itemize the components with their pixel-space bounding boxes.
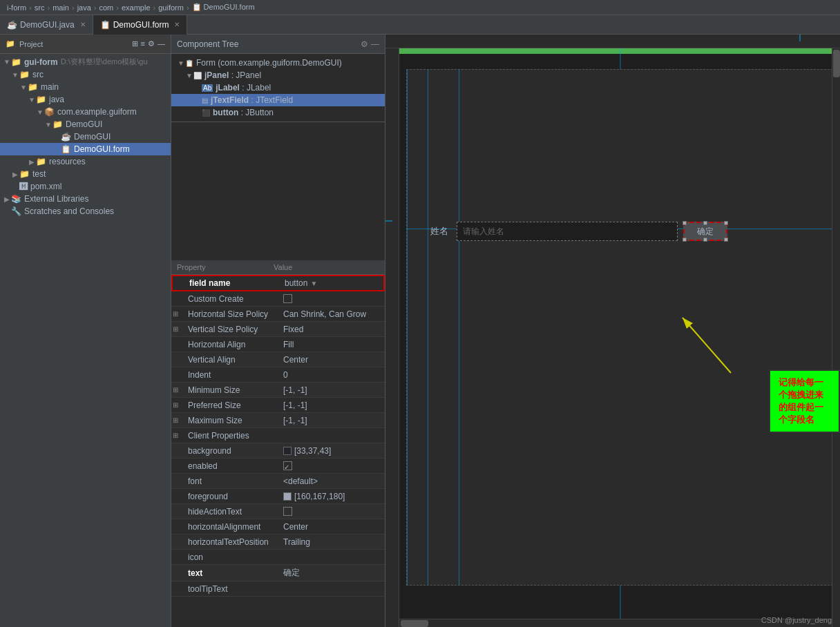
sidebar-item-demogui-java[interactable]: ☕ DemoGUI	[0, 131, 171, 143]
prop-row-font[interactable]: font <default>	[171, 474, 385, 489]
sidebar-icon-1[interactable]: ⊞	[132, 39, 138, 48]
ct-item-jlabel[interactable]: Ab jLabel : JLabel	[171, 81, 385, 94]
component-tree-title: Component Tree	[177, 39, 238, 49]
close-icon[interactable]: ✕	[80, 21, 86, 28]
breadcrumb-item[interactable]: java	[77, 3, 91, 12]
sidebar-item-demogui-folder[interactable]: ▼ 📁 DemoGUI	[0, 118, 171, 131]
breadcrumb-item[interactable]: main	[52, 3, 69, 12]
expand-icon[interactable]: ⊞	[173, 386, 182, 394]
breadcrumb-item[interactable]: com	[99, 3, 114, 12]
prop-row-horiz-alignment[interactable]: horizontalAlignment Center	[171, 519, 385, 534]
prop-row-custom-create[interactable]: Custom Create	[171, 291, 385, 307]
form-textfield[interactable]: 请输入姓名	[457, 222, 678, 241]
expand-icon[interactable]: ⊞	[173, 432, 182, 439]
sidebar-item-resources[interactable]: ▶ 📁 resources	[0, 155, 171, 168]
tab-demogui-java[interactable]: ☕ DemoGUI.java ✕	[0, 15, 93, 35]
textfield-icon: ▤	[202, 97, 208, 104]
ct-item-jtextfield[interactable]: ▤ jTextField : JTextField	[171, 94, 385, 106]
custom-create-checkbox[interactable]	[283, 294, 292, 303]
resize-handle-tl[interactable]	[682, 221, 687, 225]
prop-row-enabled[interactable]: enabled	[171, 459, 385, 474]
prop-row-vert-align[interactable]: Vertical Align Center	[171, 352, 385, 367]
prop-row-max-size[interactable]: ⊞ Maximum Size [-1, -1]	[171, 413, 385, 428]
resize-handle-bl[interactable]	[682, 238, 687, 242]
java-file-icon: ☕	[61, 132, 71, 142]
prop-row-icon[interactable]: icon	[171, 550, 385, 565]
prop-row-min-size[interactable]: ⊞ Minimum Size [-1, -1]	[171, 383, 385, 398]
hide-action-checkbox[interactable]	[283, 507, 292, 516]
folder-icon: 📁	[52, 119, 63, 129]
sidebar-item-external-libs[interactable]: ▶ 📚 External Libraries	[0, 193, 171, 205]
resize-handle-br[interactable]	[724, 238, 728, 242]
sidebar-item-pom[interactable]: 🅼 pom.xml	[0, 180, 171, 193]
sidebar-item-guiform[interactable]: ▼ 📁 gui-form D:\资料整理\demo模板\gu	[0, 55, 171, 68]
breadcrumb-item[interactable]: guiform	[158, 3, 184, 12]
canvas-inner: 姓名 请输入姓名 确定	[399, 48, 840, 627]
sidebar-icon-4[interactable]: —	[158, 39, 165, 48]
breadcrumb-bar: i-form › src › main › java › com › examp…	[0, 0, 840, 15]
color-swatch	[283, 492, 292, 501]
sidebar-item-test[interactable]: ▶ 📁 test	[0, 168, 171, 180]
sidebar-title: Project	[19, 40, 43, 48]
expand-icon[interactable]: ⊞	[173, 416, 182, 424]
button-icon: ⬛	[202, 109, 210, 117]
prop-row-text[interactable]: text 确定	[171, 565, 385, 581]
prop-row-horiz-text-pos[interactable]: horizontalTextPosition Trailing	[171, 534, 385, 550]
scrollbar-thumb[interactable]	[833, 50, 840, 77]
resize-handle-bm[interactable]	[703, 238, 707, 242]
form-label: 姓名	[428, 222, 451, 240]
sidebar-item-scratches[interactable]: 🔧 Scratches and Consoles	[0, 205, 171, 218]
ct-item-jpanel[interactable]: ▼ ⬜ jPanel : JPanel	[171, 69, 385, 81]
prop-row-hide-action[interactable]: hideActionText	[171, 504, 385, 519]
close-icon[interactable]: ✕	[174, 21, 180, 28]
folder-icon: 📁	[11, 57, 21, 67]
dropdown-arrow-icon[interactable]: ▼	[310, 280, 317, 287]
prop-row-horiz-align[interactable]: Horizontal Align Fill	[171, 337, 385, 352]
sidebar-item-demogui-form[interactable]: 📋 DemoGUI.form	[0, 143, 171, 155]
minimize-icon[interactable]: —	[371, 39, 379, 49]
prop-row-client-props[interactable]: ⊞ Client Properties	[171, 428, 385, 443]
component-tree: ▼ 📋 Form (com.example.guiform.DemoGUI) ▼…	[171, 54, 385, 122]
prop-row-horiz-size[interactable]: ⊞ Horizontal Size Policy Can Shrink, Can…	[171, 307, 385, 322]
prop-row-vert-size[interactable]: ⊞ Vertical Size Policy Fixed	[171, 322, 385, 337]
canvas-area: 姓名 请输入姓名 确定	[385, 35, 840, 627]
breadcrumb-item[interactable]: example	[122, 3, 151, 12]
form-panel: 姓名 请输入姓名 确定	[406, 69, 833, 586]
breadcrumb-item[interactable]: i-form	[7, 3, 26, 12]
resize-handle-tm[interactable]	[703, 221, 707, 225]
xml-file-icon: 🅼	[19, 182, 28, 191]
folder-icon: 📁	[36, 157, 46, 166]
expand-icon[interactable]: ⊞	[173, 325, 182, 333]
sidebar-icon-2[interactable]: ≡	[141, 39, 145, 48]
project-icon: 📁	[6, 39, 15, 48]
prop-row-background[interactable]: background [33,37,43]	[171, 443, 385, 459]
expand-icon[interactable]: ⊞	[173, 401, 182, 409]
sidebar-item-java[interactable]: ▼ 📁 java	[0, 93, 171, 106]
enabled-checkbox[interactable]	[283, 461, 292, 470]
ct-item-button[interactable]: ⬛ button : JButton	[171, 106, 385, 119]
prop-row-tooltip[interactable]: toolTipText	[171, 581, 385, 597]
package-icon: 📦	[44, 107, 55, 117]
scrollbar-v[interactable]	[832, 48, 840, 627]
ruler-top	[385, 35, 840, 48]
sidebar-item-package[interactable]: ▼ 📦 com.example.guiform	[0, 106, 171, 118]
canvas-content: 姓名 请输入姓名 确定	[385, 48, 840, 627]
sidebar-icon-3[interactable]: ⚙	[148, 39, 155, 48]
sidebar-item-main[interactable]: ▼ 📁 main	[0, 81, 171, 93]
scrollbar-thumb-h[interactable]	[401, 620, 428, 627]
sidebar-item-src[interactable]: ▼ 📁 src	[0, 68, 171, 81]
settings-icon[interactable]: ⚙	[361, 39, 368, 49]
form-button[interactable]: 确定	[683, 222, 727, 241]
scratches-icon: 🔧	[11, 206, 21, 216]
prop-row-indent[interactable]: Indent 0	[171, 367, 385, 383]
prop-row-fieldname[interactable]: field name button ▼	[171, 275, 385, 291]
prop-row-foreground[interactable]: foreground [160,167,180]	[171, 489, 385, 504]
resize-handle-tr[interactable]	[724, 221, 728, 225]
tab-demogui-form[interactable]: 📋 DemoGUI.form ✕	[93, 15, 188, 35]
expand-icon[interactable]: ⊞	[173, 310, 182, 318]
libraries-icon: 📚	[11, 194, 21, 204]
form-file-icon: 📋	[61, 144, 71, 154]
ct-item-form[interactable]: ▼ 📋 Form (com.example.guiform.DemoGUI)	[171, 57, 385, 69]
prop-row-pref-size[interactable]: ⊞ Preferred Size [-1, -1]	[171, 398, 385, 413]
breadcrumb-item[interactable]: src	[35, 3, 45, 12]
